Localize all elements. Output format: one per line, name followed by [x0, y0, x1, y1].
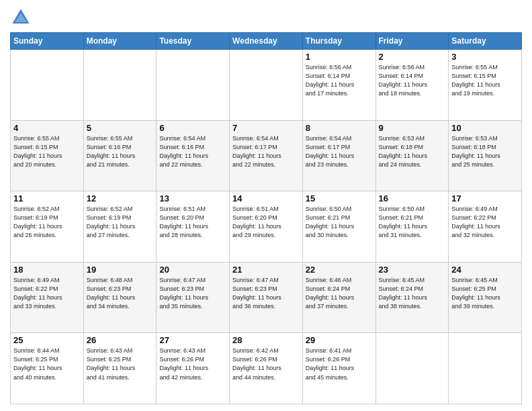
calendar-cell: 5Sunrise: 6:55 AM Sunset: 6:16 PM Daylig… — [83, 120, 157, 191]
calendar-cell: 12Sunrise: 6:52 AM Sunset: 6:19 PM Dayli… — [83, 191, 157, 263]
day-info: Sunrise: 6:44 AM Sunset: 6:25 PM Dayligh… — [13, 347, 81, 381]
day-number: 21 — [232, 265, 300, 275]
day-header-sunday: Sunday — [11, 33, 84, 50]
calendar-cell: 4Sunrise: 6:55 AM Sunset: 6:15 PM Daylig… — [11, 120, 84, 191]
header — [10, 7, 522, 28]
calendar-cell: 19Sunrise: 6:48 AM Sunset: 6:23 PM Dayli… — [83, 262, 157, 333]
calendar-cell — [449, 333, 522, 404]
calendar-cell: 2Sunrise: 6:56 AM Sunset: 6:14 PM Daylig… — [375, 50, 449, 121]
calendar-cell: 24Sunrise: 6:45 AM Sunset: 6:25 PM Dayli… — [449, 262, 522, 333]
day-number: 15 — [306, 193, 373, 203]
calendar-cell: 8Sunrise: 6:54 AM Sunset: 6:17 PM Daylig… — [302, 120, 375, 191]
day-number: 26 — [87, 335, 154, 345]
day-info: Sunrise: 6:54 AM Sunset: 6:16 PM Dayligh… — [159, 134, 226, 169]
calendar-cell: 20Sunrise: 6:47 AM Sunset: 6:23 PM Dayli… — [157, 262, 230, 333]
calendar-cell: 29Sunrise: 6:41 AM Sunset: 6:26 PM Dayli… — [302, 333, 375, 404]
day-info: Sunrise: 6:52 AM Sunset: 6:19 PM Dayligh… — [87, 205, 154, 240]
calendar-cell: 1Sunrise: 6:56 AM Sunset: 6:14 PM Daylig… — [302, 50, 375, 121]
day-header-monday: Monday — [83, 33, 157, 50]
day-header-wednesday: Wednesday — [230, 33, 303, 50]
day-info: Sunrise: 6:53 AM Sunset: 6:18 PM Dayligh… — [379, 134, 446, 169]
week-row-1: 1Sunrise: 6:56 AM Sunset: 6:14 PM Daylig… — [11, 50, 522, 121]
day-info: Sunrise: 6:51 AM Sunset: 6:20 PM Dayligh… — [232, 205, 300, 240]
calendar-cell: 21Sunrise: 6:47 AM Sunset: 6:23 PM Dayli… — [230, 262, 303, 333]
calendar-cell — [230, 50, 303, 121]
calendar-cell: 7Sunrise: 6:54 AM Sunset: 6:17 PM Daylig… — [230, 120, 303, 191]
day-info: Sunrise: 6:41 AM Sunset: 6:26 PM Dayligh… — [306, 347, 373, 381]
day-number: 12 — [87, 193, 154, 203]
calendar-cell: 23Sunrise: 6:45 AM Sunset: 6:24 PM Dayli… — [375, 262, 449, 333]
day-info: Sunrise: 6:47 AM Sunset: 6:23 PM Dayligh… — [159, 276, 226, 311]
calendar-cell: 25Sunrise: 6:44 AM Sunset: 6:25 PM Dayli… — [11, 333, 84, 404]
day-number: 11 — [13, 193, 81, 203]
day-header-tuesday: Tuesday — [157, 33, 230, 50]
day-info: Sunrise: 6:52 AM Sunset: 6:19 PM Dayligh… — [13, 205, 81, 240]
day-number: 9 — [379, 123, 446, 133]
calendar-cell — [11, 50, 84, 121]
calendar-cell — [83, 50, 157, 121]
day-number: 25 — [13, 335, 81, 345]
day-number: 6 — [159, 123, 226, 133]
day-number: 10 — [451, 123, 519, 133]
day-number: 23 — [379, 265, 446, 275]
day-number: 2 — [379, 52, 446, 62]
calendar-cell: 9Sunrise: 6:53 AM Sunset: 6:18 PM Daylig… — [375, 120, 449, 191]
calendar-cell: 13Sunrise: 6:51 AM Sunset: 6:20 PM Dayli… — [157, 191, 230, 263]
day-number: 3 — [451, 52, 519, 62]
calendar-cell: 11Sunrise: 6:52 AM Sunset: 6:19 PM Dayli… — [11, 191, 84, 263]
day-number: 1 — [306, 52, 373, 62]
day-info: Sunrise: 6:54 AM Sunset: 6:17 PM Dayligh… — [232, 134, 300, 169]
day-number: 14 — [232, 193, 300, 203]
day-number: 5 — [87, 123, 154, 133]
week-row-2: 4Sunrise: 6:55 AM Sunset: 6:15 PM Daylig… — [11, 120, 522, 191]
day-number: 24 — [451, 265, 519, 275]
calendar-cell: 10Sunrise: 6:53 AM Sunset: 6:18 PM Dayli… — [449, 120, 522, 191]
calendar-cell: 15Sunrise: 6:50 AM Sunset: 6:21 PM Dayli… — [302, 191, 375, 263]
calendar-cell: 22Sunrise: 6:46 AM Sunset: 6:24 PM Dayli… — [302, 262, 375, 333]
calendar-cell — [375, 333, 449, 404]
day-header-friday: Friday — [375, 33, 449, 50]
calendar-cell: 16Sunrise: 6:50 AM Sunset: 6:21 PM Dayli… — [375, 191, 449, 263]
day-info: Sunrise: 6:55 AM Sunset: 6:15 PM Dayligh… — [13, 134, 81, 169]
day-info: Sunrise: 6:56 AM Sunset: 6:14 PM Dayligh… — [379, 63, 446, 98]
day-info: Sunrise: 6:55 AM Sunset: 6:15 PM Dayligh… — [451, 63, 519, 98]
day-info: Sunrise: 6:50 AM Sunset: 6:21 PM Dayligh… — [306, 205, 373, 240]
day-number: 29 — [306, 335, 373, 345]
day-number: 22 — [306, 265, 373, 275]
week-row-5: 25Sunrise: 6:44 AM Sunset: 6:25 PM Dayli… — [11, 333, 522, 404]
day-info: Sunrise: 6:49 AM Sunset: 6:22 PM Dayligh… — [451, 205, 519, 240]
header-row: SundayMondayTuesdayWednesdayThursdayFrid… — [11, 33, 522, 50]
day-info: Sunrise: 6:42 AM Sunset: 6:26 PM Dayligh… — [232, 347, 300, 381]
day-info: Sunrise: 6:50 AM Sunset: 6:21 PM Dayligh… — [379, 205, 446, 240]
day-info: Sunrise: 6:56 AM Sunset: 6:14 PM Dayligh… — [306, 63, 373, 98]
calendar-cell: 28Sunrise: 6:42 AM Sunset: 6:26 PM Dayli… — [230, 333, 303, 404]
calendar-cell: 27Sunrise: 6:43 AM Sunset: 6:26 PM Dayli… — [157, 333, 230, 404]
day-info: Sunrise: 6:54 AM Sunset: 6:17 PM Dayligh… — [306, 134, 373, 169]
calendar-table: SundayMondayTuesdayWednesdayThursdayFrid… — [10, 32, 522, 404]
day-info: Sunrise: 6:45 AM Sunset: 6:25 PM Dayligh… — [451, 276, 519, 311]
day-info: Sunrise: 6:47 AM Sunset: 6:23 PM Dayligh… — [232, 276, 300, 311]
day-info: Sunrise: 6:43 AM Sunset: 6:25 PM Dayligh… — [87, 347, 154, 381]
day-info: Sunrise: 6:49 AM Sunset: 6:22 PM Dayligh… — [13, 276, 81, 311]
day-info: Sunrise: 6:53 AM Sunset: 6:18 PM Dayligh… — [451, 134, 519, 169]
day-number: 7 — [232, 123, 300, 133]
week-row-4: 18Sunrise: 6:49 AM Sunset: 6:22 PM Dayli… — [11, 262, 522, 333]
day-info: Sunrise: 6:48 AM Sunset: 6:23 PM Dayligh… — [87, 276, 154, 311]
day-number: 28 — [232, 335, 300, 345]
day-number: 4 — [13, 123, 81, 133]
logo-icon — [10, 7, 32, 28]
day-header-thursday: Thursday — [302, 33, 375, 50]
day-info: Sunrise: 6:55 AM Sunset: 6:16 PM Dayligh… — [87, 134, 154, 169]
calendar-cell: 26Sunrise: 6:43 AM Sunset: 6:25 PM Dayli… — [83, 333, 157, 404]
calendar-cell: 3Sunrise: 6:55 AM Sunset: 6:15 PM Daylig… — [449, 50, 522, 121]
day-number: 13 — [159, 193, 226, 203]
day-number: 20 — [159, 265, 226, 275]
calendar-cell: 6Sunrise: 6:54 AM Sunset: 6:16 PM Daylig… — [157, 120, 230, 191]
calendar-cell: 14Sunrise: 6:51 AM Sunset: 6:20 PM Dayli… — [230, 191, 303, 263]
day-info: Sunrise: 6:45 AM Sunset: 6:24 PM Dayligh… — [379, 276, 446, 311]
calendar-cell: 17Sunrise: 6:49 AM Sunset: 6:22 PM Dayli… — [449, 191, 522, 263]
calendar-page: SundayMondayTuesdayWednesdayThursdayFrid… — [0, 0, 532, 411]
logo — [10, 7, 34, 28]
day-number: 17 — [451, 193, 519, 203]
day-number: 16 — [379, 193, 446, 203]
